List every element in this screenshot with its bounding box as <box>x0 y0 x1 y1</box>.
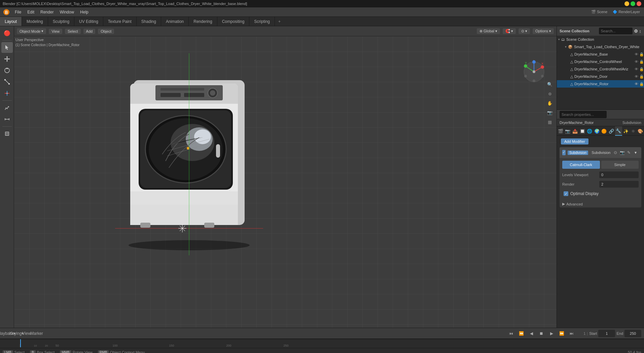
render-icon[interactable]: ▦ <box>546 118 554 126</box>
marker-menu[interactable]: Marker <box>33 330 40 337</box>
close-button[interactable] <box>637 1 641 6</box>
outliner-sort-icon[interactable]: ↕ <box>639 29 642 34</box>
tab-animation[interactable]: Animation <box>161 17 189 26</box>
blender-icon[interactable]: 🔴 <box>1 28 13 38</box>
cursor-icon[interactable]: ⊕ <box>546 90 554 98</box>
simple-btn[interactable]: Simple <box>601 161 639 169</box>
properties-search[interactable] <box>560 111 607 118</box>
end-frame-input[interactable] <box>624 330 641 337</box>
prop-tab-modifier[interactable]: 🔧 <box>615 126 622 136</box>
add-object-tool[interactable] <box>1 128 13 139</box>
outliner-item-base[interactable]: △ DryerMachine_Base 👁 🔒 <box>557 51 644 58</box>
camera-icon[interactable]: 📷 <box>546 108 554 117</box>
global-orientation[interactable]: ⊕ Global ▾ <box>477 28 500 34</box>
tab-scripting[interactable]: Scripting <box>249 17 275 26</box>
object-mode-selector[interactable]: Object Mode ▾ <box>17 28 46 34</box>
view-menu-tl[interactable]: View <box>23 330 30 337</box>
modifier-render-toggle[interactable]: 📷 <box>619 150 625 156</box>
engine-selector[interactable]: 🎬 Scene <box>591 10 607 14</box>
prop-tab-particles[interactable]: ✨ <box>622 126 630 136</box>
menu-render[interactable]: Render <box>38 9 56 15</box>
cursor-tool[interactable] <box>1 42 13 53</box>
keying-menu[interactable]: Keying ▾ <box>13 330 20 337</box>
viewport-canvas[interactable]: User Perspective (1) Scene Collection | … <box>14 36 557 328</box>
prop-tab-constraints[interactable]: 🔗 <box>608 126 615 136</box>
viewport[interactable]: Object Mode ▾ View Select Add Object ⊕ G… <box>14 26 557 328</box>
outliner-search-input[interactable] <box>599 28 633 34</box>
modifier-delete-btn[interactable]: ✕ <box>639 150 641 156</box>
tab-texture-paint[interactable]: Texture Paint <box>103 17 137 26</box>
prop-tab-output[interactable]: 📤 <box>571 126 579 136</box>
menu-edit[interactable]: Edit <box>25 9 37 15</box>
render-layer[interactable]: 🔷 RenderLayer <box>613 10 640 14</box>
rotate-tool[interactable] <box>1 65 13 76</box>
navigation-gizmo[interactable]: X Y Z <box>522 60 546 84</box>
jump-end-btn[interactable]: ⏭ <box>568 330 575 337</box>
transform-tool[interactable] <box>1 88 13 99</box>
step-forward-btn[interactable]: ⏩ <box>558 330 565 337</box>
render-value[interactable]: 2 <box>599 181 639 188</box>
modifier-expand-icon[interactable]: ▾ <box>633 150 639 156</box>
scale-tool[interactable] <box>1 76 13 87</box>
tab-layout[interactable]: Layout <box>0 17 22 26</box>
catmull-clark-btn[interactable]: Catmull-Clark <box>562 161 600 169</box>
prop-tab-world[interactable]: 🌍 <box>593 126 601 136</box>
maximize-button[interactable] <box>631 1 635 6</box>
tab-uv-editing[interactable]: UV Editing <box>74 17 103 26</box>
zoom-to-fit[interactable]: 🔍 <box>546 80 554 88</box>
outliner-filter-icon[interactable]: ⚙ <box>634 29 638 34</box>
blender-logo[interactable]: B <box>1 8 11 16</box>
add-modifier-button[interactable]: Add Modifier <box>561 138 588 145</box>
viewport-options[interactable]: Options ▾ <box>533 28 554 34</box>
prop-tab-material[interactable]: 🎨 <box>637 126 644 136</box>
prop-tab-object[interactable]: 🟠 <box>600 126 608 136</box>
start-frame-input[interactable] <box>598 330 615 337</box>
prop-tab-physics[interactable]: ⚛ <box>630 126 637 136</box>
play-btn[interactable]: ▶ <box>548 330 555 337</box>
add-workspace-button[interactable]: + <box>275 17 284 26</box>
outliner-item-root[interactable]: ▾ 📦 Smart_Top_Load_Clothes_Dryer_White <box>557 43 644 51</box>
step-back-btn[interactable]: ⏪ <box>517 330 525 337</box>
window-controls[interactable] <box>624 1 641 6</box>
prop-tab-scene2[interactable]: 🌐 <box>586 126 593 136</box>
tab-compositing[interactable]: Compositing <box>217 17 250 26</box>
modifier-editmode-toggle[interactable]: ✎ <box>626 150 632 156</box>
stop-btn[interactable]: ⏹ <box>538 330 545 337</box>
view-menu[interactable]: View <box>49 29 62 34</box>
outliner-item-controlwheel[interactable]: △ DryerMachine_ControlWheel 👁 🔒 <box>557 58 644 65</box>
advanced-toggle[interactable]: ▶ Advanced <box>560 200 641 207</box>
move-tool[interactable] <box>1 54 13 64</box>
optimal-display-row[interactable]: ✓ Optimal Display <box>562 190 639 198</box>
annotate-tool[interactable] <box>1 102 13 113</box>
menu-window[interactable]: Window <box>57 9 77 15</box>
outliner-scene-collection[interactable]: ▾ 🗂 Scene Collection <box>557 36 644 43</box>
pan-icon[interactable]: ✋ <box>546 99 554 107</box>
menu-help[interactable]: Help <box>77 9 91 15</box>
tab-sculpting[interactable]: Sculpting <box>48 17 74 26</box>
play-back-btn[interactable]: ◀ <box>528 330 535 337</box>
levels-viewport-label: Levels Viewport <box>562 173 599 177</box>
frame-ruler[interactable]: 1 50 100 150 200 250 10 20 <box>0 339 644 347</box>
object-menu[interactable]: Object <box>98 29 114 34</box>
prop-tab-render[interactable]: 📷 <box>564 126 572 136</box>
outliner-item-rotor[interactable]: △ DryerMachine_Rotor 👁 🔒 <box>557 80 644 88</box>
prop-tab-viewlayer[interactable]: 🔲 <box>579 126 586 136</box>
snap-settings[interactable]: 🧲 ▾ <box>503 28 516 34</box>
modifier-realtime-toggle[interactable]: ⊙ <box>612 150 618 156</box>
select-menu[interactable]: Select <box>65 29 81 34</box>
modifier-enable-toggle[interactable]: ✓ <box>562 150 566 155</box>
optimal-display-checkbox[interactable]: ✓ <box>564 191 568 196</box>
add-menu[interactable]: Add <box>83 29 96 34</box>
tab-modeling[interactable]: Modeling <box>22 17 48 26</box>
tab-rendering[interactable]: Rendering <box>189 17 217 26</box>
tab-shading[interactable]: Shading <box>137 17 161 26</box>
menu-file[interactable]: File <box>12 9 24 15</box>
minimize-button[interactable] <box>624 1 629 6</box>
proportional-editing[interactable]: ⊙ ▾ <box>518 28 530 34</box>
outliner-item-door[interactable]: △ DryerMachine_Door 👁 🔒 <box>557 73 644 80</box>
jump-start-btn[interactable]: ⏮ <box>507 330 515 337</box>
measure-tool[interactable] <box>1 114 13 125</box>
prop-tab-scene[interactable]: 🎬 <box>557 126 564 136</box>
levels-viewport-value[interactable]: 0 <box>599 171 639 178</box>
outliner-item-controlwheelariz[interactable]: △ DryerMachine_ControlWheelAriz 👁 🔒 <box>557 65 644 73</box>
